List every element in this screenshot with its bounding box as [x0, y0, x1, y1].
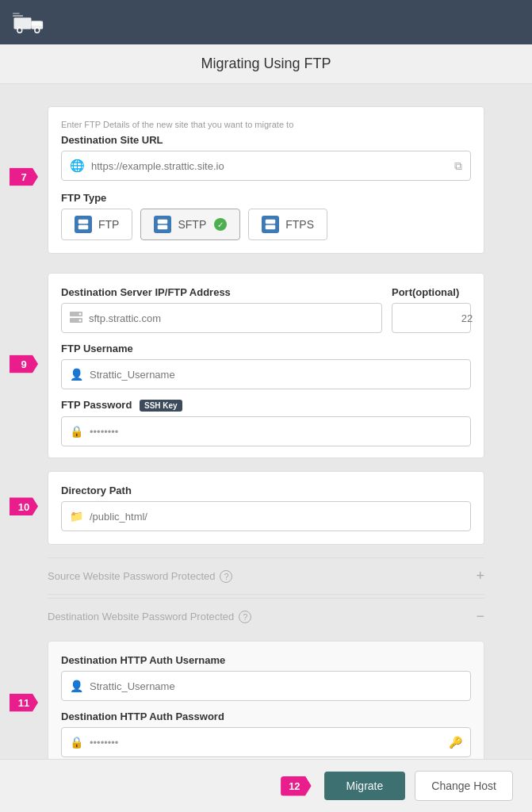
svg-rect-7: [78, 220, 88, 224]
dest-http-username-label: Destination HTTP Auth Username: [61, 654, 471, 666]
step-10-badge: 10: [10, 497, 38, 515]
copy-icon[interactable]: ⧉: [454, 159, 462, 173]
dest-username-input[interactable]: [90, 680, 462, 692]
directory-label: Directory Path: [61, 485, 471, 496]
server-ip-label: Destination Server IP/FTP Address: [61, 286, 382, 298]
svg-rect-0: [13, 17, 31, 29]
sftp-button[interactable]: SFTP ✓: [140, 209, 240, 240]
lock-icon: 🔒: [70, 425, 83, 438]
svg-rect-11: [266, 220, 275, 224]
destination-auth-section: Destination HTTP Auth Username 👤 Destina…: [48, 641, 484, 771]
source-expand-icon[interactable]: +: [476, 568, 484, 584]
change-host-button[interactable]: Change Host: [415, 771, 513, 801]
footer-bar: 12 Migrate Change Host: [0, 759, 532, 812]
destination-url-input-wrapper[interactable]: 🌐 ⧉: [61, 151, 471, 181]
server-ip-input-wrapper[interactable]: [61, 303, 382, 333]
sftp-db-icon: [154, 216, 171, 233]
dest-user-icon: 👤: [70, 680, 83, 692]
ftps-label: FTPS: [285, 218, 314, 231]
dest-password-toggle-icon[interactable]: 🔑: [449, 736, 462, 749]
ftp-label: FTP: [98, 218, 119, 231]
instruction-text: Enter FTP Details of the new site that y…: [61, 120, 471, 129]
dest-username-input-wrapper[interactable]: 👤: [61, 671, 471, 701]
step-9-badge: 9: [10, 355, 38, 373]
password-input-wrapper[interactable]: 🔒: [61, 416, 471, 446]
source-password-label: Source Website Password Protected ?: [48, 570, 232, 583]
username-label: FTP Username: [61, 343, 471, 354]
ftps-db-icon: [262, 216, 279, 233]
password-label: FTP Password SSH Key: [61, 399, 471, 412]
svg-rect-10: [158, 225, 167, 229]
destination-help-icon[interactable]: ?: [239, 611, 251, 623]
username-input[interactable]: [90, 369, 462, 381]
svg-rect-5: [13, 15, 23, 16]
page-title-bar: Migrating Using FTP: [0, 44, 532, 84]
source-password-row[interactable]: Source Website Password Protected ? +: [48, 557, 484, 595]
dest-password-input-wrapper[interactable]: 🔒 🔑: [61, 727, 471, 757]
migrate-button[interactable]: Migrate: [324, 772, 406, 800]
port-input-wrapper[interactable]: [392, 303, 471, 333]
svg-rect-12: [266, 225, 275, 229]
destination-password-label: Destination Website Password Protected ?: [48, 611, 251, 623]
header: [0, 0, 532, 44]
ftp-button[interactable]: FTP: [61, 209, 132, 240]
server-icon: [70, 312, 82, 325]
svg-point-16: [79, 319, 82, 321]
port-label: Port(optional): [392, 286, 471, 298]
user-icon: 👤: [70, 368, 83, 381]
sftp-label: SFTP: [178, 218, 206, 231]
globe-icon: 🌐: [70, 159, 85, 173]
server-ip-input[interactable]: [89, 312, 373, 324]
destination-url-input[interactable]: [91, 160, 448, 172]
svg-rect-6: [13, 13, 20, 13]
password-input[interactable]: [90, 426, 462, 438]
svg-point-3: [17, 28, 22, 33]
username-input-wrapper[interactable]: 👤: [61, 359, 471, 389]
destination-collapse-icon[interactable]: −: [476, 608, 484, 625]
step-7-badge: 7: [10, 168, 38, 186]
directory-input-wrapper[interactable]: 📁: [61, 501, 471, 531]
svg-rect-9: [158, 220, 167, 224]
dest-password-input[interactable]: [90, 737, 442, 749]
page-title: Migrating Using FTP: [0, 56, 532, 72]
ftps-button[interactable]: FTPS: [248, 209, 327, 240]
dest-lock-icon: 🔒: [70, 736, 83, 749]
step-11-badge: 11: [10, 694, 38, 712]
dest-http-password-label: Destination HTTP Auth Password: [61, 710, 471, 722]
ssh-key-badge: SSH Key: [140, 400, 182, 412]
folder-icon: 📁: [70, 510, 83, 523]
destination-password-row[interactable]: Destination Website Password Protected ?…: [48, 598, 484, 634]
source-help-icon[interactable]: ?: [220, 570, 232, 583]
port-input[interactable]: [400, 312, 532, 324]
svg-point-4: [35, 28, 40, 33]
ftp-db-icon: [75, 216, 92, 233]
svg-point-15: [79, 312, 82, 315]
svg-rect-8: [78, 225, 88, 229]
ftp-type-label: FTP Type: [61, 192, 471, 204]
step-12-badge: 12: [281, 776, 311, 796]
sftp-check-icon: ✓: [214, 218, 227, 231]
destination-url-label: Destination Site URL: [61, 134, 471, 146]
directory-input[interactable]: [90, 511, 462, 523]
logo-icon: [13, 8, 48, 36]
ftp-type-row: FTP SFTP ✓: [61, 209, 471, 240]
